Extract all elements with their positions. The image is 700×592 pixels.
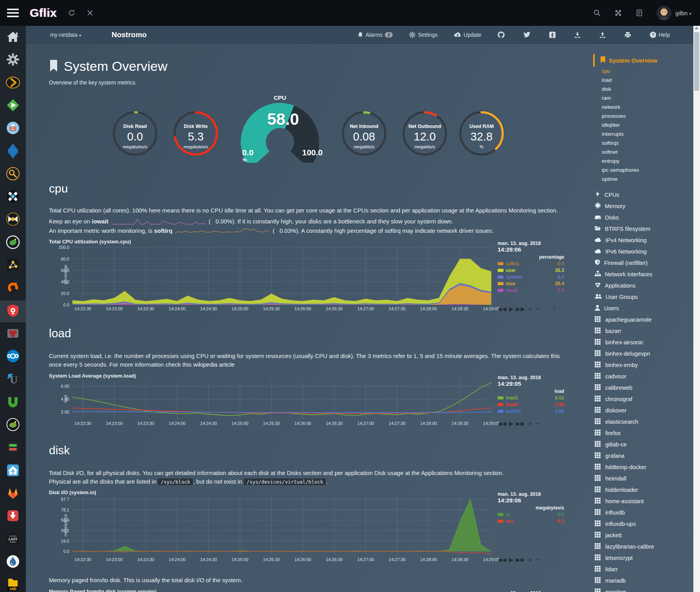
- host-dropdown[interactable]: my-netdata ▾: [50, 32, 81, 38]
- wikipedia-link[interactable]: wikipedia article: [193, 361, 235, 368]
- facebook-icon[interactable]: [549, 32, 558, 38]
- legend-row-iowait[interactable]: iowait0.0: [498, 288, 564, 293]
- alarms-button[interactable]: Alarms2: [357, 32, 393, 38]
- sidebar-app-cadvisor-icon[interactable]: [0, 118, 26, 140]
- sidebar-app-grafana-icon[interactable]: [0, 277, 26, 299]
- menu-sub-ipc-semaphores[interactable]: ipc semaphores: [593, 166, 687, 175]
- menu-sub-uptime[interactable]: uptime: [593, 175, 687, 184]
- refresh-icon[interactable]: [68, 9, 76, 17]
- sidebar-app-youtubedl-icon[interactable]: [0, 506, 26, 527]
- menu-system-overview[interactable]: System Overview: [593, 54, 687, 67]
- menu-sub-interrupts[interactable]: interrupts: [593, 130, 687, 139]
- chart-toolbar[interactable]: ◀◀ ▶ ▶▶ ＋ −: [498, 420, 539, 427]
- chart-resize-handle[interactable]: ↕: [553, 420, 556, 426]
- menu-sub-processes[interactable]: processes: [593, 112, 687, 121]
- menu-app-bazarr[interactable]: bazarr: [593, 325, 687, 336]
- sidebar-app-green-u-app-icon[interactable]: [0, 392, 26, 414]
- legend-row-nice[interactable]: nice20.4: [498, 281, 564, 286]
- gauge-disk-write[interactable]: Disk Write 5.3 megabytes/s: [170, 103, 221, 162]
- sidebar-app-sabnzbd-icon[interactable]: sab: [0, 574, 26, 592]
- legend-row-system[interactable]: system2.3: [498, 274, 564, 280]
- menu-app-heimdall[interactable]: heimdall: [593, 473, 687, 484]
- gauge-used-ram[interactable]: Used RAM 32.8 %: [456, 103, 507, 162]
- menu-sub-idlejitter[interactable]: idlejitter: [593, 121, 687, 130]
- menu-app-home-assistant[interactable]: home-assistant: [593, 495, 687, 507]
- menu-sub-softirqs[interactable]: softirqs: [593, 139, 687, 148]
- sidebar-app-green-circle-app-icon[interactable]: [0, 232, 26, 254]
- menu-section-btrfs-filesystem[interactable]: BTRFS filesystem: [593, 223, 687, 234]
- chart-resize-handle[interactable]: ↕: [553, 305, 556, 311]
- gauge-net-outbound[interactable]: Net Outbound 12.0 megabits/s: [399, 103, 450, 162]
- menu-app-elasticsearch[interactable]: elasticsearch: [593, 416, 687, 427]
- hamburger-menu-icon[interactable]: [7, 9, 19, 17]
- avatar[interactable]: [657, 5, 671, 20]
- search-icon[interactable]: [593, 9, 601, 17]
- export-icon[interactable]: [599, 32, 608, 38]
- sidebar-app-gear-icon[interactable]: [0, 49, 26, 71]
- menu-section-disks[interactable]: Disks: [593, 212, 687, 223]
- sidebar-app-bowtie-app-icon[interactable]: [0, 209, 26, 231]
- menu-app-monitorr[interactable]: monitorr: [593, 586, 687, 592]
- chart-canvas-cpu[interactable]: [72, 246, 491, 305]
- menu-app-influxdb-ups[interactable]: influxdb-ups: [593, 518, 687, 529]
- menu-app-diskover[interactable]: diskover: [593, 405, 687, 416]
- menu-app-binhex-emby[interactable]: binhex-emby: [593, 359, 687, 371]
- menu-app-lidarr[interactable]: lidarr: [593, 563, 687, 575]
- twitter-icon[interactable]: [523, 32, 533, 38]
- menu-app-hiddenloader[interactable]: hiddenloader: [593, 484, 687, 495]
- gauge-cpu[interactable]: CPU 58.0 0.0 100.0 %: [233, 94, 327, 163]
- menu-app-influxdb[interactable]: influxdb: [593, 507, 687, 518]
- menu-section-firewall-netfilter-[interactable]: Firewall (netfilter): [593, 257, 687, 268]
- sidebar-app-airsonic-icon[interactable]: [0, 141, 26, 163]
- fullscreen-icon[interactable]: [614, 9, 622, 17]
- user-menu[interactable]: gilbn▾: [675, 10, 691, 16]
- menu-sub-entropy[interactable]: entropy: [593, 157, 687, 166]
- menu-app-firefox[interactable]: firefox: [593, 427, 687, 439]
- menu-section-ipv4-networking[interactable]: IPv4 Networking: [593, 234, 687, 246]
- chart-canvas-load[interactable]: [72, 380, 491, 419]
- menu-app-chronograf[interactable]: chronograf: [593, 393, 687, 405]
- menu-app-lazylibrarian-calibre[interactable]: lazylibrarian-calibre: [593, 541, 687, 552]
- menu-app-apacheguacamole[interactable]: apacheguacamole: [593, 314, 687, 325]
- sidebar-app-red-berries-app-icon[interactable]: [0, 323, 26, 345]
- menu-app-grafana[interactable]: grafana: [593, 450, 687, 461]
- menu-app-binhex-airsonic[interactable]: binhex-airsonic: [593, 336, 687, 348]
- close-icon[interactable]: [87, 9, 94, 16]
- menu-section-ipv6-networking[interactable]: IPv6 Networking: [593, 246, 687, 257]
- github-icon[interactable]: [498, 31, 507, 38]
- menu-section-applications[interactable]: Applications: [593, 280, 687, 291]
- chart-resize-handle[interactable]: ↕: [553, 556, 556, 562]
- menu-app-jackett[interactable]: jackett: [593, 529, 687, 541]
- sidebar-app-home-assistant-icon[interactable]: [0, 460, 26, 482]
- chart-toolbar[interactable]: ◀◀ ▶ ▶▶ ＋ −: [498, 306, 539, 313]
- menu-sub-cpu[interactable]: cpu: [593, 67, 687, 76]
- menu-app-gitlab-ce[interactable]: gitlab-ce: [593, 439, 687, 450]
- menu-section-user-groups[interactable]: User Groups: [593, 291, 687, 302]
- menu-app-calibreweb[interactable]: calibreweb: [593, 382, 687, 393]
- sparkline[interactable]: [112, 218, 206, 225]
- legend-row-in[interactable]: in0.0: [498, 512, 564, 517]
- legend-row-load5[interactable]: load52.68: [498, 402, 564, 407]
- import-icon[interactable]: [574, 32, 583, 38]
- menu-app-mariadb[interactable]: mariadb: [593, 575, 687, 586]
- chart-canvas-disk[interactable]: [72, 497, 491, 556]
- print-icon[interactable]: [624, 32, 633, 38]
- gauge-disk-read[interactable]: Disk Read 0.0 megabytes/s: [110, 103, 161, 162]
- menu-sub-network[interactable]: network: [593, 103, 687, 112]
- sidebar-app-emby-icon[interactable]: [0, 95, 26, 117]
- sidebar-app-home-icon[interactable]: [0, 27, 26, 49]
- browser-scrollbar[interactable]: [693, 26, 700, 592]
- settings-button[interactable]: Settings: [409, 32, 438, 38]
- chart-toolbar[interactable]: ◀◀ ▶ ▶▶ ＋ −: [498, 556, 539, 563]
- menu-sub-ram[interactable]: ram: [593, 94, 687, 103]
- sidebar-app-gitlab-icon[interactable]: [0, 483, 26, 505]
- sidebar-app-lazylibrarian-icon[interactable]: LAZYlibrarian: [0, 529, 26, 551]
- menu-app-binhex-delugevpn[interactable]: binhex-delugevpn: [593, 348, 687, 359]
- sidebar-app-plex-icon[interactable]: [0, 72, 26, 94]
- menu-section-users[interactable]: Users: [593, 302, 687, 314]
- menu-app-letsencrypt[interactable]: letsencrypt: [593, 552, 687, 563]
- sidebar-app-heimdall-icon[interactable]: [0, 300, 26, 322]
- gauge-net-inbound[interactable]: Net Inbound 0.08 megabits/s: [339, 103, 390, 162]
- legend-row-out[interactable]: out-5.3: [498, 518, 564, 524]
- update-button[interactable]: Update: [454, 32, 481, 38]
